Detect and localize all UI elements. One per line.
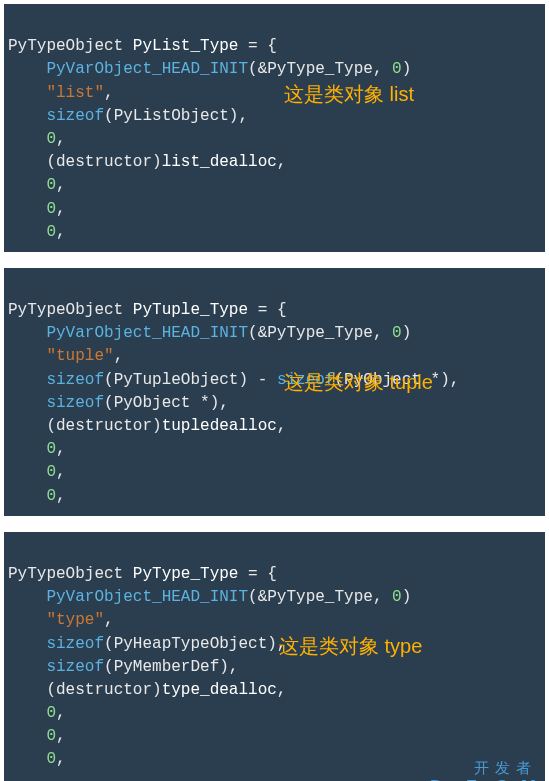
type-keyword: PyTypeObject [8, 301, 123, 319]
code-block-type: PyTypeObject PyType_Type = { PyVarObject… [4, 532, 545, 781]
head-macro: PyVarObject_HEAD_INIT [46, 588, 248, 606]
type-name: PyType_Type [133, 565, 239, 583]
type-string: "type" [46, 611, 104, 629]
type-string: "tuple" [46, 347, 113, 365]
watermark-line2: DevZe.CoM [430, 777, 537, 781]
type-name: PyList_Type [133, 37, 239, 55]
type-name: PyTuple_Type [133, 301, 248, 319]
head-macro: PyVarObject_HEAD_INIT [46, 60, 248, 78]
watermark: 开发者DevZe.CoM [430, 759, 537, 781]
annotation-tuple: 这是类对象 tuple [284, 368, 433, 397]
head-macro: PyVarObject_HEAD_INIT [46, 324, 248, 342]
watermark-line1: 开发者 [474, 759, 537, 776]
code-block-tuple: PyTypeObject PyTuple_Type = { PyVarObjec… [4, 268, 545, 516]
code-block-list: PyTypeObject PyList_Type = { PyVarObject… [4, 4, 545, 252]
type-keyword: PyTypeObject [8, 37, 123, 55]
annotation-list: 这是类对象 list [284, 80, 414, 109]
annotation-type: 这是类对象 type [279, 632, 422, 661]
type-string: "list" [46, 84, 104, 102]
type-keyword: PyTypeObject [8, 565, 123, 583]
